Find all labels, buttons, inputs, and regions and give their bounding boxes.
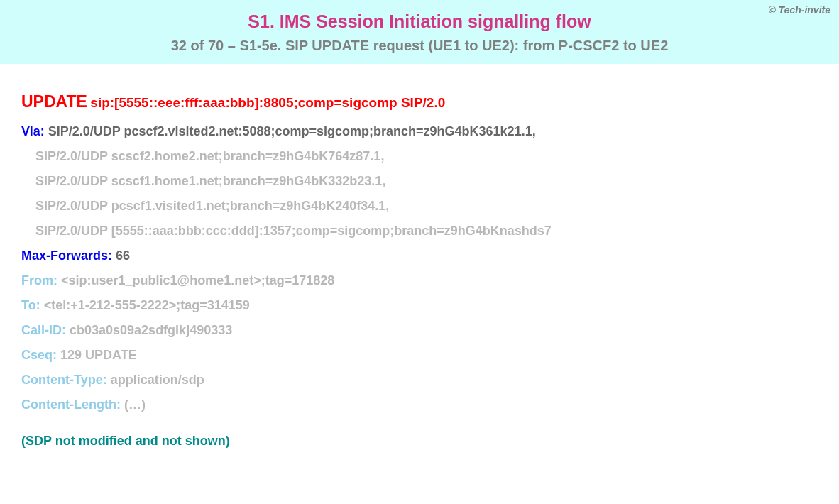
call-id-value: cb03a0s09a2sdfglkj490333 xyxy=(70,323,232,337)
via-continuation: SIP/2.0/UDP scscf1.home1.net;branch=z9hG… xyxy=(35,174,818,189)
via-value-first: SIP/2.0/UDP pcscf2.visited2.net:5088;com… xyxy=(48,124,536,138)
content-length-header: Content-Length: (…) xyxy=(21,398,818,412)
sip-message-content: UPDATE sip:[5555::eee:fff:aaa:bbb]:8805;… xyxy=(0,64,839,463)
content-type-label: Content-Type: xyxy=(21,373,107,387)
call-id-header: Call-ID: cb03a0s09a2sdfglkj490333 xyxy=(21,323,818,338)
content-type-header: Content-Type: application/sdp xyxy=(21,373,818,388)
max-forwards-label: Max-Forwards: xyxy=(21,248,112,263)
document-header: © Tech-invite S1. IMS Session Initiation… xyxy=(0,0,839,64)
cseq-label: Cseq: xyxy=(21,348,57,362)
cseq-header: Cseq: 129 UPDATE xyxy=(21,348,818,363)
content-length-value: (…) xyxy=(124,398,146,412)
from-label: From: xyxy=(21,273,57,287)
page-subtitle: 32 of 70 – S1-5e. SIP UPDATE request (UE… xyxy=(7,38,832,54)
sip-method: UPDATE xyxy=(21,92,87,111)
content-type-value: application/sdp xyxy=(111,373,204,387)
cseq-value: 129 UPDATE xyxy=(60,348,137,362)
to-value: <tel:+1-212-555-2222>;tag=314159 xyxy=(44,298,250,312)
max-forwards-header: Max-Forwards: 66 xyxy=(21,248,818,263)
call-id-label: Call-ID: xyxy=(21,323,66,337)
sdp-note: (SDP not modified and not shown) xyxy=(21,434,818,449)
copyright-text: © Tech-invite xyxy=(768,4,830,16)
to-label: To: xyxy=(21,298,40,312)
via-continuation: SIP/2.0/UDP scscf2.home2.net;branch=z9hG… xyxy=(35,149,818,164)
via-header: Via: SIP/2.0/UDP pcscf2.visited2.net:508… xyxy=(21,124,818,139)
sip-request-uri: sip:[5555::eee:fff:aaa:bbb]:8805;comp=si… xyxy=(90,95,445,110)
max-forwards-value: 66 xyxy=(116,248,130,263)
via-continuation: SIP/2.0/UDP pcscf1.visited1.net;branch=z… xyxy=(35,199,818,214)
via-label: Via: xyxy=(21,124,45,138)
from-header: From: <sip:user1_public1@home1.net>;tag=… xyxy=(21,273,818,288)
sip-request-line: UPDATE sip:[5555::eee:fff:aaa:bbb]:8805;… xyxy=(21,92,818,111)
to-header: To: <tel:+1-212-555-2222>;tag=314159 xyxy=(21,298,818,313)
via-continuation: SIP/2.0/UDP [5555::aaa:bbb:ccc:ddd]:1357… xyxy=(35,224,818,239)
page-title: S1. IMS Session Initiation signalling fl… xyxy=(7,11,832,32)
content-length-label: Content-Length: xyxy=(21,398,121,412)
from-value: <sip:user1_public1@home1.net>;tag=171828 xyxy=(61,273,334,287)
